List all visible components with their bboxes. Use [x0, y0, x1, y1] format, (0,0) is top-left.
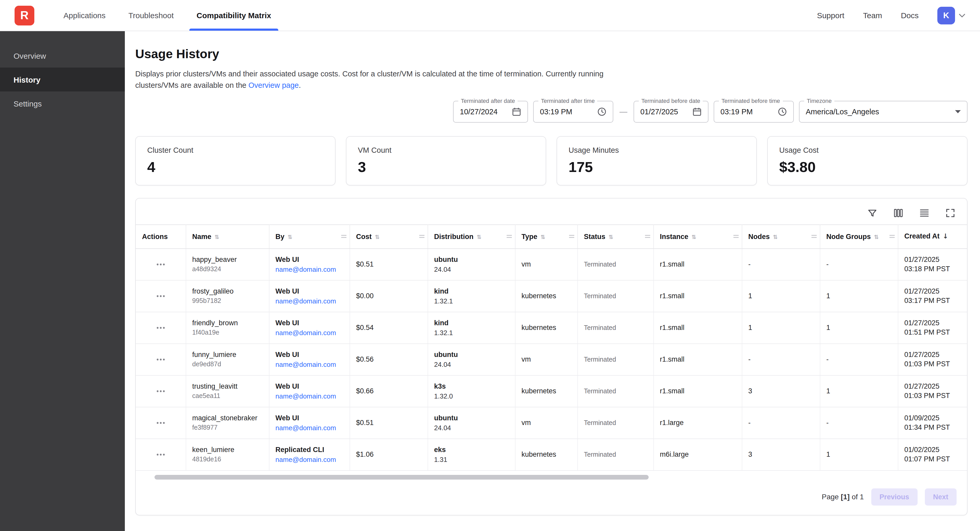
column-separator-icon[interactable]	[889, 234, 895, 239]
sort-icon[interactable]: ⇅	[215, 233, 219, 240]
usage-history-table-card: Actions Name⇅ By⇅ Cost⇅ Distribution⇅ Ty…	[135, 198, 967, 515]
cost-value: $0.00	[356, 292, 421, 300]
created-time: 01:51 PM PST	[904, 328, 961, 336]
stat-value: $3.80	[779, 159, 956, 175]
sidebar-item-history[interactable]: History	[0, 68, 125, 92]
column-separator-icon[interactable]	[418, 234, 425, 239]
column-separator-icon[interactable]	[506, 234, 512, 239]
columns-icon[interactable]	[892, 206, 905, 219]
overview-page-link[interactable]: Overview page	[248, 81, 299, 89]
sort-icon[interactable]: ⇅	[773, 233, 778, 240]
stat-label: Usage Minutes	[568, 146, 745, 154]
column-separator-icon[interactable]	[733, 234, 739, 239]
status-badge: Terminated	[584, 261, 647, 268]
row-actions-button[interactable]	[153, 386, 169, 396]
nav-link-docs[interactable]: Docs	[901, 11, 919, 20]
clock-icon[interactable]	[597, 107, 606, 116]
tab-compatibility-matrix[interactable]: Compatibility Matrix	[185, 0, 283, 31]
terminated-before-time-field[interactable]: Terminated before time 03:19 PM	[714, 101, 794, 122]
column-header-node-groups[interactable]: Node Groups⇅	[820, 225, 898, 248]
cluster-id: fe3f8977	[192, 424, 262, 431]
cost-value: $1.06	[356, 450, 421, 458]
sort-icon[interactable]: ⇅	[375, 233, 379, 240]
table-row: frosty_galileo995b7182 Web UIname@domain…	[136, 280, 967, 312]
column-separator-icon[interactable]	[340, 234, 347, 239]
distribution-name: k3s	[434, 382, 509, 390]
sort-icon[interactable]: ⇅	[874, 233, 878, 240]
creator-email-link[interactable]: name@domain.com	[275, 360, 343, 368]
created-by: Replicated CLI	[275, 445, 343, 453]
column-header-cost[interactable]: Cost⇅	[350, 225, 428, 248]
cluster-id: 1f40a19e	[192, 329, 262, 336]
main-content: Usage History Displays prior clusters/VM…	[125, 31, 980, 531]
column-separator-icon[interactable]	[644, 234, 651, 239]
terminated-before-date-field[interactable]: Terminated before date 01/27/2025	[633, 101, 708, 122]
created-by: Web UI	[275, 414, 343, 422]
brand-logo[interactable]: R	[14, 5, 34, 25]
sidebar-item-settings[interactable]: Settings	[0, 92, 125, 115]
column-header-name[interactable]: Name⇅	[186, 225, 269, 248]
tab-applications[interactable]: Applications	[52, 0, 117, 31]
created-date: 01/27/2025	[904, 287, 961, 295]
timezone-select[interactable]: Timezone America/Los_Angeles	[799, 101, 967, 122]
cluster-id: de9ed87d	[192, 361, 262, 368]
fullscreen-icon[interactable]	[944, 206, 956, 219]
sort-desc-icon[interactable]: ↓	[943, 233, 948, 240]
column-header-nodes[interactable]: Nodes⇅	[742, 225, 820, 248]
created-date: 01/27/2025	[904, 256, 961, 263]
row-actions-button[interactable]	[153, 450, 169, 459]
creator-email-link[interactable]: name@domain.com	[275, 392, 343, 400]
row-actions-button[interactable]	[153, 418, 169, 427]
creator-email-link[interactable]: name@domain.com	[275, 455, 343, 463]
avatar[interactable]: K	[937, 6, 955, 24]
column-separator-icon[interactable]	[568, 234, 574, 239]
terminated-after-time-value[interactable]: 03:19 PM	[540, 107, 572, 116]
column-separator-icon[interactable]	[811, 234, 817, 239]
creator-email-link[interactable]: name@domain.com	[275, 424, 343, 431]
column-header-type[interactable]: Type⇅	[515, 225, 578, 248]
filter-icon[interactable]	[866, 206, 878, 219]
column-header-by[interactable]: By⇅	[269, 225, 350, 248]
sort-icon[interactable]: ⇅	[477, 233, 481, 240]
column-header-created-at[interactable]: Created At↓	[898, 225, 967, 248]
creator-email-link[interactable]: name@domain.com	[275, 329, 343, 336]
dropdown-arrow-icon[interactable]	[955, 110, 961, 113]
terminated-before-time-value[interactable]: 03:19 PM	[721, 107, 752, 116]
scrollbar-thumb[interactable]	[154, 475, 649, 479]
column-header-status[interactable]: Status⇅	[578, 225, 653, 248]
nav-link-support[interactable]: Support	[817, 11, 844, 20]
row-actions-button[interactable]	[153, 291, 169, 301]
cluster-name: magical_stonebraker	[192, 414, 262, 422]
timezone-value[interactable]: America/Los_Angeles	[806, 107, 879, 116]
instance-type: r1.small	[660, 292, 735, 300]
terminated-after-date-label: Terminated after date	[458, 97, 517, 104]
sort-icon[interactable]: ⇅	[541, 233, 545, 240]
sort-icon[interactable]: ⇅	[609, 233, 613, 240]
terminated-before-date-value[interactable]: 01/27/2025	[640, 107, 678, 116]
calendar-icon[interactable]	[692, 107, 702, 116]
cluster-name: funny_lumiere	[192, 351, 262, 358]
tab-troubleshoot[interactable]: Troubleshoot	[117, 0, 185, 31]
terminated-after-time-field[interactable]: Terminated after time 03:19 PM	[533, 101, 613, 122]
sort-icon[interactable]: ⇅	[288, 233, 292, 240]
sidebar-item-overview[interactable]: Overview	[0, 44, 125, 68]
sort-icon[interactable]: ⇅	[692, 233, 696, 240]
pagination-bar: Page [1] of 1 Previous Next	[136, 480, 967, 512]
horizontal-scrollbar[interactable]	[146, 475, 956, 480]
creator-email-link[interactable]: name@domain.com	[275, 297, 343, 305]
terminated-after-date-value[interactable]: 10/27/2024	[460, 107, 498, 116]
nav-link-team[interactable]: Team	[863, 11, 882, 20]
creator-email-link[interactable]: name@domain.com	[275, 265, 343, 273]
previous-page-button[interactable]: Previous	[871, 488, 917, 505]
next-page-button[interactable]: Next	[924, 488, 956, 505]
density-icon[interactable]	[918, 206, 931, 219]
column-header-distribution[interactable]: Distribution⇅	[428, 225, 515, 248]
row-actions-button[interactable]	[153, 323, 169, 332]
row-actions-button[interactable]	[153, 355, 169, 364]
user-menu[interactable]: K	[937, 6, 966, 24]
terminated-after-date-field[interactable]: Terminated after date 10/27/2024	[453, 101, 528, 122]
row-actions-button[interactable]	[153, 260, 169, 269]
calendar-icon[interactable]	[512, 107, 521, 116]
clock-icon[interactable]	[778, 107, 787, 116]
column-header-instance[interactable]: Instance⇅	[653, 225, 742, 248]
